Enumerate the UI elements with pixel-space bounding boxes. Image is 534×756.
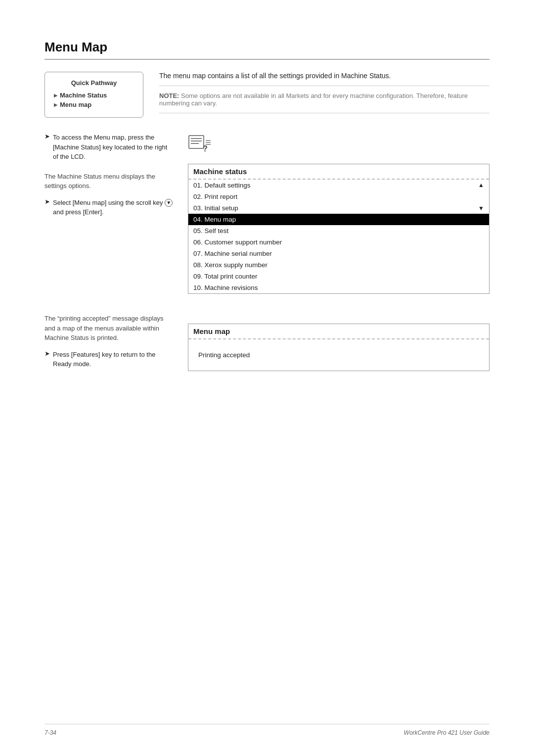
quick-pathway-box: Quick Pathway Machine Status Menu map: [44, 72, 143, 118]
panel-row-3: 03. Initial setup ▼: [188, 202, 489, 214]
arrow-down-icon: ▼: [478, 205, 484, 212]
bottom-bullet-arrow-1: ➤: [44, 350, 50, 357]
menu-map-panel-content: Printing accepted: [193, 344, 484, 366]
main-description: The menu map contains a list of all the …: [159, 72, 490, 86]
bullet-item-2: ➤ Select [Menu map] using the scroll key…: [44, 198, 173, 217]
panel-row-1-text: 01. Default settings: [193, 182, 251, 189]
panel-row-7: 07. Machine serial number: [188, 248, 489, 259]
bullet-arrow-1: ➤: [44, 133, 50, 140]
quick-pathway-item-2-label: Menu map: [60, 101, 91, 108]
panel-row-4-highlighted: 04. Menu map: [188, 214, 489, 225]
bullet-section-1: ➤ To access the Menu map, press the [Mac…: [44, 133, 173, 162]
panel-row-3-text: 03. Initial setup: [193, 204, 238, 212]
bullet-text-2-suffix: and press [Enter].: [53, 208, 104, 216]
panel-row-7-text: 07. Machine serial number: [193, 250, 272, 257]
panel-row-2-text: 02. Print report: [193, 193, 237, 200]
bottom-section: The “printing accepted” message displays…: [44, 314, 490, 374]
machine-status-panel: Machine status 01. Default settings ▲ 02…: [188, 164, 490, 294]
bottom-bullets: ➤ Press [Features] key to return to the …: [44, 350, 173, 369]
bottom-bullet-1: ➤ Press [Features] key to return to the …: [44, 350, 173, 369]
main-content: ➤ To access the Menu map, press the [Mac…: [44, 133, 490, 304]
bottom-left: The “printing accepted” message displays…: [44, 314, 173, 374]
note-text: NOTE: Some options are not available in …: [159, 92, 490, 113]
bottom-left-note: The “printing accepted” message displays…: [44, 314, 173, 343]
footer-page-number: 7-34: [44, 729, 56, 736]
footer-title: WorkCentre Pro 421 User Guide: [404, 729, 490, 736]
panel-row-8-text: 08. Xerox supply number: [193, 261, 267, 269]
bullet-text-2: Select [Menu map] using the scroll key ▼…: [53, 198, 173, 217]
bullet-section-2: ➤ Select [Menu map] using the scroll key…: [44, 198, 173, 217]
page-title: Menu Map: [44, 40, 490, 60]
menu-map-panel: Menu map Printing accepted: [188, 324, 490, 371]
machine-status-icon: ?: [188, 135, 212, 156]
panel-row-10-text: 10. Machine revisions: [193, 284, 258, 291]
bottom-right: Menu map Printing accepted: [188, 314, 490, 374]
note-label: NOTE:: [159, 92, 179, 99]
bullet-text-1: To access the Menu map, press the [Machi…: [53, 133, 173, 162]
menu-map-panel-header: Menu map: [188, 324, 489, 339]
svg-text:?: ?: [203, 144, 208, 153]
machine-status-panel-header: Machine status: [188, 164, 489, 180]
panel-row-10: 10. Machine revisions: [188, 282, 489, 293]
bullet-item-1: ➤ To access the Menu map, press the [Mac…: [44, 133, 173, 162]
panel-row-9-text: 09. Total print counter: [193, 273, 258, 280]
bullet-text-2-main: Select [Menu map] using the scroll key: [53, 199, 163, 206]
page: Menu Map Quick Pathway Machine Status Me…: [0, 0, 534, 756]
panel-row-6: 06. Customer support number: [188, 236, 489, 248]
footer: 7-34 WorkCentre Pro 421 User Guide: [44, 724, 490, 736]
panel-row-6-text: 06. Customer support number: [193, 238, 282, 246]
machine-icon-area: ?: [188, 135, 490, 158]
panel-row-8: 08. Xerox supply number: [188, 259, 489, 271]
svg-rect-0: [189, 136, 204, 148]
scroll-key-icon: ▼: [165, 199, 173, 207]
panel-row-1: 01. Default settings ▲: [188, 180, 489, 191]
panel-row-2: 02. Print report: [188, 191, 489, 202]
left-column: ➤ To access the Menu map, press the [Mac…: [44, 133, 173, 304]
panel-row-4-text: 04. Menu map: [193, 216, 236, 223]
arrow-up-icon: ▲: [478, 182, 484, 189]
scroll-key-symbol: ▼: [166, 200, 171, 205]
bullet-arrow-2: ➤: [44, 198, 50, 205]
quick-pathway-item-1-label: Machine Status: [60, 92, 107, 99]
bottom-bullet-text-1: Press [Features] key to return to the Re…: [53, 350, 173, 369]
quick-pathway-item-1: Machine Status: [54, 92, 134, 99]
menu-map-panel-body: Printing accepted: [188, 339, 489, 371]
top-section: Quick Pathway Machine Status Menu map Th…: [44, 72, 490, 118]
top-description: The menu map contains a list of all the …: [159, 72, 490, 118]
panel-row-9: 09. Total print counter: [188, 271, 489, 282]
right-column: ? Machine status 01. Default settings ▲: [188, 133, 490, 304]
sub-note: The Machine Status menu displays the set…: [44, 172, 173, 191]
panel-row-5-text: 05. Self test: [193, 227, 228, 235]
quick-pathway-title: Quick Pathway: [54, 79, 134, 87]
note-body: Some options are not available in all Ma…: [159, 92, 468, 107]
quick-pathway-item-2: Menu map: [54, 101, 134, 108]
panel-row-5: 05. Self test: [188, 225, 489, 236]
machine-status-panel-body: 01. Default settings ▲ 02. Print report …: [188, 180, 489, 293]
